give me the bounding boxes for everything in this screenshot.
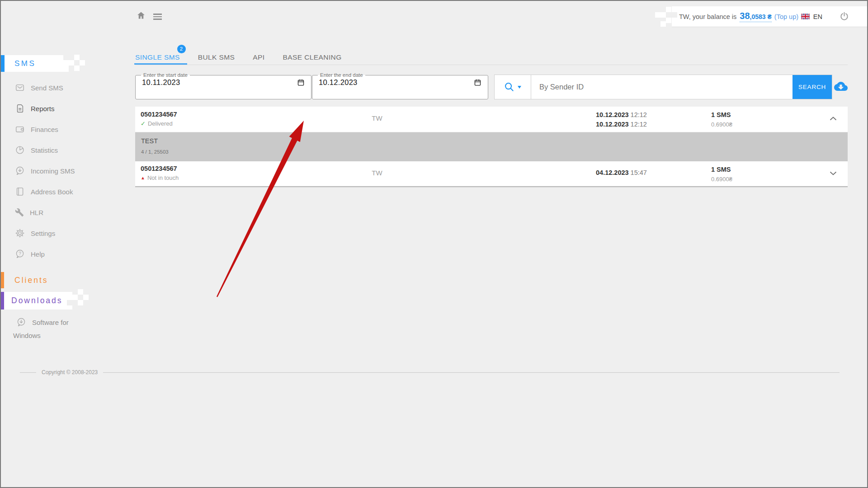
tab-bulk-sms[interactable]: BULK SMS <box>198 47 235 65</box>
incoming-bubble-icon <box>15 166 25 176</box>
sidebar-section-clients[interactable]: Clients <box>1 272 48 288</box>
tab-base-cleaning[interactable]: BASE CLEANING <box>283 47 342 65</box>
end-date-value[interactable]: 10.12.2023 <box>319 78 358 87</box>
sidebar-item-software-for-windows[interactable]: Software for Windows <box>1 317 96 339</box>
wrench-icon <box>15 208 24 217</box>
tab-single-sms[interactable]: SINGLE SMS 2 <box>135 47 180 65</box>
balance-amount[interactable]: 38,0583 ₴ <box>740 11 772 22</box>
pie-chart-icon <box>15 145 25 155</box>
message-row-2[interactable]: 0501234567 ▲ Not in touch TW 04.12.2023 … <box>135 161 848 187</box>
message-count-price: 1 SMS 0.6900₴ <box>711 110 732 129</box>
software-label-line1: Software for <box>32 319 69 326</box>
message-meta: 4 / 1, 25503 <box>141 149 842 155</box>
single-sms-badge: 2 <box>177 45 186 53</box>
sidebar-section-sms[interactable]: SMS <box>1 55 69 72</box>
search-type-dropdown[interactable] <box>495 75 531 99</box>
message-phone: 0501234567 <box>141 165 177 172</box>
end-date-label: Enter the end date <box>318 72 365 78</box>
sidebar-item-statistics[interactable]: Statistics <box>1 140 114 160</box>
sidebar-item-send-sms[interactable]: Send SMS <box>1 77 114 98</box>
message-sender: TW <box>363 114 391 122</box>
sidebar-item-label: Reports <box>31 105 55 113</box>
sidebar-item-address-book[interactable]: Address Book <box>1 181 114 202</box>
chevron-up-icon[interactable] <box>830 117 837 121</box>
start-date-label: Enter the start date <box>141 72 190 78</box>
balance-panel: TW, your balance is 38,0583 ₴ (Top up) E… <box>672 6 867 27</box>
language-label: EN <box>813 13 822 20</box>
sidebar-item-help[interactable]: ? Help <box>1 244 114 264</box>
message-report-list: 0501234567 ✓ Delivered TW 10.12.2023 12:… <box>135 107 848 187</box>
sidebar-item-label: Finances <box>31 126 58 133</box>
copyright-text: Copyright © 2008-2023 <box>42 369 98 375</box>
message-dates: 04.12.2023 15:47 <box>596 168 647 178</box>
envelope-icon <box>15 83 25 93</box>
message-text: TEST <box>141 137 842 145</box>
balance-prefix: TW, your balance is <box>679 13 736 20</box>
search-button[interactable]: SEARCH <box>793 75 832 99</box>
sidebar-item-label: Address Book <box>31 188 73 196</box>
search-panel: SEARCH <box>494 75 832 99</box>
sidebar-menu: Send SMS Reports Finances Statistics Inc… <box>1 77 114 264</box>
sidebar-item-incoming-sms[interactable]: Incoming SMS <box>1 160 114 181</box>
calendar-icon[interactable] <box>297 79 305 86</box>
check-icon: ✓ <box>141 120 146 127</box>
home-icon[interactable] <box>137 11 146 20</box>
power-logout-icon[interactable] <box>840 12 849 21</box>
sidebar-item-label: Statistics <box>31 146 58 154</box>
sidebar-item-label: HLR <box>30 209 43 216</box>
calendar-icon[interactable] <box>474 79 481 86</box>
tab-api[interactable]: API <box>253 47 264 65</box>
help-bubble-icon: ? <box>15 249 25 259</box>
footer-copyright: Copyright © 2008-2023 <box>20 369 840 376</box>
wallet-icon <box>15 124 25 134</box>
start-date-value[interactable]: 10.11.2023 <box>142 78 180 87</box>
sidebar-item-label: Settings <box>31 230 55 237</box>
gear-icon <box>15 228 25 238</box>
end-date-field[interactable]: Enter the end date 10.12.2023 <box>312 72 488 99</box>
sidebar-item-label: Incoming SMS <box>31 167 75 175</box>
message-phone: 0501234567 <box>141 111 177 118</box>
start-date-field[interactable]: Enter the start date 10.11.2023 <box>135 72 311 99</box>
app-window: TW, your balance is 38,0583 ₴ (Top up) E… <box>0 0 868 488</box>
sidebar-item-finances[interactable]: Finances <box>1 119 114 140</box>
search-input[interactable] <box>531 75 793 99</box>
software-label-line2: Windows <box>1 332 96 339</box>
message-sender: TW <box>363 169 391 177</box>
sidebar-section-downloads[interactable]: Downloads <box>1 292 72 310</box>
sidebar-item-label: Help <box>31 250 45 258</box>
book-icon <box>15 187 25 197</box>
search-icon <box>504 82 514 92</box>
top-up-link[interactable]: (Top up) <box>774 13 798 20</box>
svg-text:?: ? <box>19 251 21 256</box>
message-status: ▲ Not in touch <box>141 174 179 181</box>
sidebar-item-reports[interactable]: Reports <box>1 98 114 119</box>
hamburger-menu-icon[interactable] <box>153 14 162 21</box>
sidebar-item-label: Send SMS <box>31 84 63 92</box>
warning-triangle-icon: ▲ <box>141 175 145 180</box>
message-status: ✓ Delivered <box>141 120 173 127</box>
sidebar-item-settings[interactable]: Settings <box>1 223 114 244</box>
message-detail-row: TEST 4 / 1, 25503 <box>135 132 848 161</box>
caret-down-icon <box>518 86 521 89</box>
uk-flag-icon <box>801 14 810 19</box>
message-dates: 10.12.2023 12:12 10.12.2023 12:12 <box>596 110 647 129</box>
sidebar-item-hlr[interactable]: HLR <box>1 202 114 223</box>
document-icon <box>15 103 25 113</box>
chevron-down-icon[interactable] <box>830 171 837 175</box>
cloud-download-icon[interactable] <box>834 80 848 93</box>
message-count-price: 1 SMS 0.6900₴ <box>711 165 732 184</box>
message-row-1[interactable]: 0501234567 ✓ Delivered TW 10.12.2023 12:… <box>135 107 848 132</box>
report-tabs: SINGLE SMS 2 BULK SMS API BASE CLEANING <box>135 47 848 65</box>
download-bubble-icon <box>16 317 26 327</box>
language-selector[interactable]: EN <box>801 13 822 20</box>
